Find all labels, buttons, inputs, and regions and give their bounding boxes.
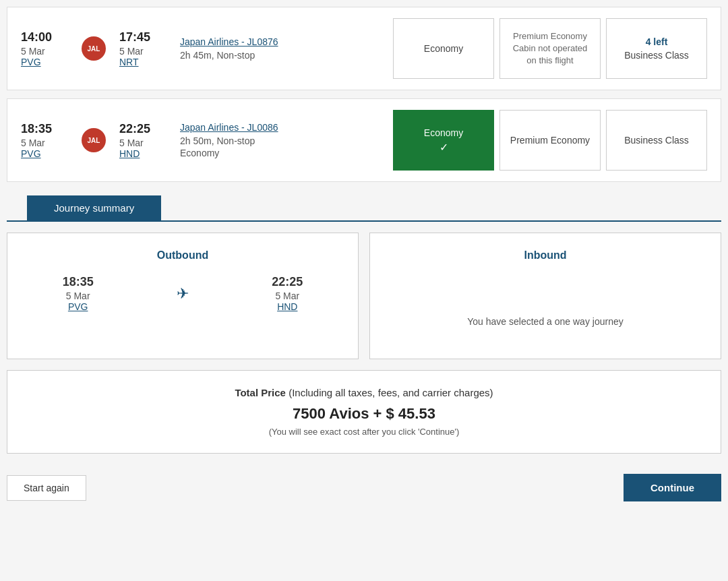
flight1-arrive-time: 17:45 — [119, 30, 166, 44]
price-box: Total Price (Including all taxes, fees, … — [7, 370, 721, 454]
flight2-arrive-airport[interactable]: HND — [119, 148, 140, 159]
flight1-depart-airport[interactable]: PVG — [21, 57, 41, 67]
flight2-arrive: 22:25 5 Mar HND — [119, 122, 166, 159]
price-label-suffix: (Including all taxes, fees, and carrier … — [289, 387, 493, 398]
flight2-depart-time: 18:35 — [21, 122, 68, 136]
flight1-arrive: 17:45 5 Mar NRT — [119, 30, 166, 67]
price-label: Total Price (Including all taxes, fees, … — [21, 387, 707, 398]
flight2-business-box[interactable]: Business Class — [606, 110, 707, 171]
flight2-details: Japan Airlines - JL0086 2h 50m, Non-stop… — [180, 122, 301, 158]
flight1-business-box[interactable]: 4 left Business Class — [606, 18, 707, 79]
start-again-button[interactable]: Start again — [7, 475, 86, 501]
flight2-business-label: Business Class — [624, 135, 689, 146]
flight2-cabin-options: Economy ✓ Premium Economy Business Class — [393, 110, 707, 171]
flight2-arrive-time: 22:25 — [119, 122, 166, 136]
flight2-premium-box[interactable]: Premium Economy — [499, 110, 601, 171]
price-value: 7500 Avios + $ 45.53 — [21, 405, 707, 423]
inbound-card: Inbound You have selected a one way jour… — [369, 233, 721, 359]
bottom-actions: Start again Continue — [7, 467, 721, 515]
flight2-airline-logo: JAL — [82, 128, 106, 152]
flight1-arrive-date: 5 Mar — [119, 46, 166, 57]
jal-icon: JAL — [82, 36, 106, 61]
flight1-business-badge: 4 left — [646, 36, 668, 47]
outbound-arrive-date: 5 Mar — [272, 290, 303, 301]
jal-icon-2: JAL — [82, 128, 106, 152]
flight2-duration: 2h 50m, Non-stop — [180, 135, 301, 146]
outbound-depart-airport[interactable]: PVG — [63, 301, 94, 312]
flight2-depart-date: 5 Mar — [21, 137, 68, 148]
journey-summary-section: Journey summary Outbound 18:35 5 Mar PVG… — [7, 195, 721, 515]
flight1-premium-label: Premium Economy Cabin not operated on th… — [513, 30, 588, 67]
flight1-depart-date: 5 Mar — [21, 46, 68, 57]
flight1-duration: 2h 45m, Non-stop — [180, 50, 301, 61]
flight1-depart: 14:00 5 Mar PVG — [21, 30, 68, 67]
outbound-card: Outbound 18:35 5 Mar PVG ✈ 22:25 5 Mar H… — [7, 233, 359, 359]
flight2-economy-box[interactable]: Economy ✓ — [393, 110, 494, 171]
flight2-arrive-date: 5 Mar — [119, 137, 166, 148]
flight1-premium-box[interactable]: Premium Economy Cabin not operated on th… — [499, 18, 601, 79]
outbound-title: Outbound — [21, 249, 344, 262]
summary-divider — [7, 220, 721, 222]
flight2-premium-label: Premium Economy — [510, 135, 590, 146]
price-label-bold: Total Price — [235, 387, 286, 398]
flight1-economy-box[interactable]: Economy — [393, 18, 494, 79]
outbound-arrive-airport[interactable]: HND — [272, 301, 303, 312]
summary-cards: Outbound 18:35 5 Mar PVG ✈ 22:25 5 Mar H… — [7, 233, 721, 359]
flight1-airline-logo: JAL — [82, 36, 106, 61]
plane-icon: ✈ — [177, 285, 189, 303]
flight1-business-label: Business Class — [624, 50, 689, 61]
journey-tab-label: Journey summary — [27, 195, 161, 220]
inbound-message: You have selected a one way journey — [384, 275, 707, 368]
flight-row-1: 14:00 5 Mar PVG JAL 17:45 5 Mar NRT Japa… — [7, 7, 721, 90]
flight2-cabin-type: Economy — [180, 148, 301, 158]
flight2-airline-name[interactable]: Japan Airlines - JL0086 — [180, 122, 278, 133]
flight2-depart: 18:35 5 Mar PVG — [21, 122, 68, 159]
flight1-depart-time: 14:00 — [21, 30, 68, 44]
flight1-details: Japan Airlines - JL0876 2h 45m, Non-stop — [180, 36, 301, 61]
flight1-airline-name[interactable]: Japan Airlines - JL0876 — [180, 36, 278, 47]
continue-button[interactable]: Continue — [624, 474, 721, 501]
flight2-depart-airport[interactable]: PVG — [21, 148, 41, 159]
outbound-depart-date: 5 Mar — [63, 290, 94, 301]
outbound-depart-time: 18:35 — [63, 275, 94, 289]
checkmark-icon: ✓ — [439, 141, 448, 154]
flight-row-2: 18:35 5 Mar PVG JAL 22:25 5 Mar HND Japa… — [7, 98, 721, 182]
outbound-flight-info: 18:35 5 Mar PVG ✈ 22:25 5 Mar HND — [21, 275, 344, 312]
inbound-title: Inbound — [384, 249, 707, 262]
outbound-depart: 18:35 5 Mar PVG — [63, 275, 94, 312]
price-note: (You will see exact cost after you click… — [21, 427, 707, 437]
flight1-cabin-options: Economy Premium Economy Cabin not operat… — [393, 18, 707, 79]
flight1-arrive-airport[interactable]: NRT — [119, 57, 139, 67]
flight2-economy-label: Economy — [424, 127, 463, 138]
outbound-arrive-time: 22:25 — [272, 275, 303, 289]
outbound-arrive: 22:25 5 Mar HND — [272, 275, 303, 312]
journey-summary-tab[interactable]: Journey summary — [7, 195, 721, 220]
